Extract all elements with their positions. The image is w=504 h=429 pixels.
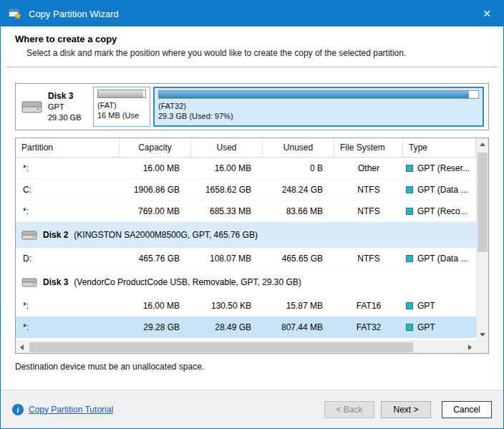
used-cell: 130.50 KB [191,301,263,311]
disk-info-text: Disk 3 GPT 29.30 GB [48,90,81,123]
app-icon [8,6,22,21]
scroll-left-icon[interactable] [16,342,28,353]
next-button[interactable]: Next > [381,401,431,418]
horizontal-scrollbar[interactable] [16,341,488,353]
type-label: GPT [417,301,435,311]
filesystem-cell: NTFS [334,206,403,216]
disk-name: Disk 3 [43,277,68,287]
column-header-capacity[interactable]: Capacity [120,138,191,157]
column-header-filesystem[interactable]: File System [334,138,403,157]
table-row[interactable]: *: 769.00 MB 685.33 MB 83.66 MB NTFS GPT… [16,201,476,222]
table-row[interactable]: *: 16.00 MB 16.00 MB 0 B Other GPT (Rese… [16,158,476,179]
capacity-cell: 769.00 MB [120,206,191,216]
filesystem-cell: Other [334,163,403,173]
disk-scheme: GPT [48,102,81,112]
filesystem-cell: NTFS [334,254,403,264]
destination-note: Destination device must be an unallocate… [15,362,489,372]
partition-cell: *: [16,163,120,173]
scrollbar-corner [476,342,488,353]
type-label: GPT (Reco... [417,206,467,216]
column-header-unused[interactable]: Unused [263,138,334,157]
column-header-type[interactable]: Type [403,138,476,157]
disk-preview-panel: Disk 3 GPT 29.30 GB (FAT) 16 MB (Use (FA… [15,83,489,130]
used-cell: 1658.62 GB [191,185,263,195]
type-label: GPT (Data ... [417,185,467,195]
disk-icon [21,229,37,241]
back-button[interactable]: < Back [324,401,374,418]
unused-cell: 0 B [263,163,334,173]
unused-cell: 15.87 MB [263,301,334,311]
vertical-scroll-thumb[interactable] [478,153,488,252]
capacity-cell: 465.76 GB [120,254,191,264]
type-cell: GPT (Reser... [403,163,476,173]
tutorial-link-area: i Copy Partition Tutorial [12,404,318,415]
disk-detail: (VendorCo ProductCode USB, Removable, GP… [74,277,301,287]
disk-icon [21,276,37,288]
partition-type-icon [406,186,413,193]
table-row[interactable]: C: 1906.86 GB 1658.62 GB 248.24 GB NTFS … [16,179,476,201]
usage-fill [159,91,469,98]
column-header-used[interactable]: Used [191,138,263,157]
partition-block-fat32-selected[interactable]: (FAT32) 29.3 GB (Used: 97%) [153,87,484,127]
table-row[interactable]: *: 16.00 MB 130.50 KB 15.87 MB FAT16 GPT [16,295,476,317]
partition-type-icon [406,208,413,215]
page-title: Where to create a copy [15,34,489,44]
partition-cell: D: [16,254,120,264]
partition-type-icon [406,165,413,172]
disk-icon [21,99,43,115]
capacity-cell: 16.00 MB [120,301,191,311]
type-cell: GPT (Data ... [403,185,476,195]
partition-block-fat[interactable]: (FAT) 16 MB (Use [93,87,150,127]
type-cell: GPT [403,322,476,332]
partition-cell: *: [16,206,120,216]
type-cell: GPT (Reco... [403,206,476,216]
scroll-down-icon[interactable] [477,329,488,341]
dialog-content: Where to create a copy Select a disk and… [1,26,503,390]
partition-type-icon [406,302,413,309]
type-cell: GPT [403,301,476,311]
partition-cell: *: [16,301,120,311]
table-rows: *: 16.00 MB 16.00 MB 0 B Other GPT (Rese… [16,158,476,341]
capacity-cell: 29.28 GB [120,322,191,332]
usage-bar [97,90,146,98]
usage-bar [158,90,479,99]
horizontal-scroll-track[interactable] [28,342,464,353]
column-header-partition[interactable]: Partition [16,138,120,157]
scroll-right-icon[interactable] [464,342,476,353]
filesystem-cell: FAT32 [334,322,403,332]
disk-group-row[interactable]: Disk 3 (VendorCo ProductCode USB, Remova… [16,269,476,295]
unused-cell: 83.66 MB [263,206,334,216]
disk-detail: (KINGSTON SA2000M8500G, GPT, 465.76 GB) [74,230,258,240]
used-cell: 685.33 MB [191,206,263,216]
footer-bar: i Copy Partition Tutorial < Back Next > … [1,390,503,428]
used-cell: 28.49 GB [191,322,263,332]
capacity-cell: 1906.86 GB [120,185,191,195]
table-row-selected[interactable]: *: 29.28 GB 28.49 GB 807.44 MB FAT32 GPT [16,317,476,338]
type-label: GPT (Reser... [417,163,470,173]
type-label: GPT [417,322,435,332]
tutorial-link[interactable]: Copy Partition Tutorial [29,405,113,415]
disk-name: Disk 3 [48,90,81,102]
disk-size: 29.30 GB [48,112,81,123]
used-cell: 16.00 MB [191,163,263,173]
table-row[interactable]: D: 465.76 GB 108.07 MB 465.65 GB NTFS GP… [16,248,476,269]
info-icon: i [12,404,24,415]
capacity-cell: 16.00 MB [120,163,191,173]
vertical-scrollbar[interactable] [476,138,488,341]
unused-cell: 807.44 MB [263,322,334,332]
unused-cell: 465.65 GB [263,254,334,264]
partition-cell: C: [16,185,120,195]
filesystem-cell: FAT16 [334,301,403,311]
disk-info: Disk 3 GPT 29.30 GB [19,86,92,127]
page-subtitle: Select a disk and mark the position wher… [26,48,489,58]
horizontal-scroll-thumb[interactable] [29,342,413,352]
header-separator [6,67,498,67]
cancel-button[interactable]: Cancel [442,401,492,418]
scroll-up-icon[interactable] [477,138,488,150]
partition-type-icon [406,324,413,331]
vertical-scroll-track[interactable] [477,150,488,329]
table-header: Partition Capacity Used Unused File Syst… [16,138,476,158]
close-icon[interactable]: ✕ [470,1,503,26]
copy-partition-wizard-dialog: Copy Partition Wizard ✕ Where to create … [0,0,504,429]
disk-group-row[interactable]: Disk 2 (KINGSTON SA2000M8500G, GPT, 465.… [16,222,476,248]
